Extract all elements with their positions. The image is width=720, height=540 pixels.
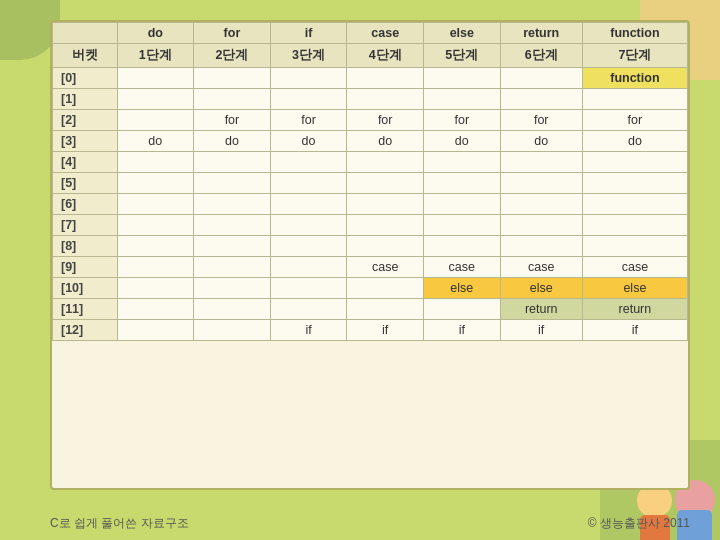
subheader-6: 6단계 bbox=[500, 44, 582, 68]
cell-label: [4] bbox=[53, 152, 118, 173]
table-row: [8] bbox=[53, 236, 688, 257]
cell-return bbox=[500, 152, 582, 173]
cell-for bbox=[194, 173, 271, 194]
cell-label: [11] bbox=[53, 299, 118, 320]
cell-if bbox=[270, 194, 347, 215]
cell-else bbox=[424, 236, 501, 257]
cell-case bbox=[347, 68, 424, 89]
cell-function bbox=[582, 173, 687, 194]
cell-case bbox=[347, 173, 424, 194]
table-row: [5] bbox=[53, 173, 688, 194]
subheader-5: 5단계 bbox=[424, 44, 501, 68]
cell-case: do bbox=[347, 131, 424, 152]
cell-function bbox=[582, 215, 687, 236]
cell-label: [8] bbox=[53, 236, 118, 257]
cell-label: [9] bbox=[53, 257, 118, 278]
cell-case bbox=[347, 152, 424, 173]
cell-case: if bbox=[347, 320, 424, 341]
cell-if: for bbox=[270, 110, 347, 131]
cell-return bbox=[500, 236, 582, 257]
cell-function: function bbox=[582, 68, 687, 89]
footer-left: C로 쉽게 풀어쓴 자료구조 bbox=[50, 515, 189, 532]
cell-case bbox=[347, 194, 424, 215]
cell-for bbox=[194, 236, 271, 257]
cell-return bbox=[500, 215, 582, 236]
cell-do bbox=[117, 299, 194, 320]
cell-if: if bbox=[270, 320, 347, 341]
cell-if bbox=[270, 152, 347, 173]
header-row: do for if case else return function bbox=[53, 23, 688, 44]
cell-if bbox=[270, 299, 347, 320]
cell-do bbox=[117, 152, 194, 173]
subheader-4: 4단계 bbox=[347, 44, 424, 68]
cell-function: else bbox=[582, 278, 687, 299]
table-row: [10]elseelseelse bbox=[53, 278, 688, 299]
main-content: do for if case else return function 버켓 1… bbox=[50, 20, 690, 490]
col-header-if: if bbox=[270, 23, 347, 44]
cell-else bbox=[424, 152, 501, 173]
cell-if bbox=[270, 257, 347, 278]
cell-case bbox=[347, 89, 424, 110]
cell-case bbox=[347, 236, 424, 257]
cell-case bbox=[347, 278, 424, 299]
cell-function bbox=[582, 89, 687, 110]
cell-if bbox=[270, 89, 347, 110]
table-row: [4] bbox=[53, 152, 688, 173]
footer-right: © 생능출판사 2011 bbox=[588, 515, 690, 532]
cell-label: [7] bbox=[53, 215, 118, 236]
cell-label: [10] bbox=[53, 278, 118, 299]
subheader-bucket: 버켓 bbox=[53, 44, 118, 68]
col-header-do: do bbox=[117, 23, 194, 44]
cell-return: if bbox=[500, 320, 582, 341]
subheader-2: 2단계 bbox=[194, 44, 271, 68]
col-header-case: case bbox=[347, 23, 424, 44]
cell-else bbox=[424, 89, 501, 110]
cell-do bbox=[117, 173, 194, 194]
cell-else bbox=[424, 215, 501, 236]
cell-function: case bbox=[582, 257, 687, 278]
cell-do bbox=[117, 194, 194, 215]
cell-do bbox=[117, 320, 194, 341]
subheader-1: 1단계 bbox=[117, 44, 194, 68]
cell-do bbox=[117, 68, 194, 89]
cell-else: for bbox=[424, 110, 501, 131]
cell-case: for bbox=[347, 110, 424, 131]
cell-do bbox=[117, 236, 194, 257]
cell-label: [3] bbox=[53, 131, 118, 152]
cell-if bbox=[270, 173, 347, 194]
cell-label: [5] bbox=[53, 173, 118, 194]
cell-label: [2] bbox=[53, 110, 118, 131]
table-row: [6] bbox=[53, 194, 688, 215]
cell-function: return bbox=[582, 299, 687, 320]
col-header-label bbox=[53, 23, 118, 44]
cell-else bbox=[424, 299, 501, 320]
cell-for bbox=[194, 68, 271, 89]
cell-for bbox=[194, 194, 271, 215]
table-row: [0]function bbox=[53, 68, 688, 89]
cell-if: do bbox=[270, 131, 347, 152]
table-row: [12]ififififif bbox=[53, 320, 688, 341]
cell-case: case bbox=[347, 257, 424, 278]
cell-return: do bbox=[500, 131, 582, 152]
cell-else: else bbox=[424, 278, 501, 299]
cell-return: case bbox=[500, 257, 582, 278]
col-header-for: for bbox=[194, 23, 271, 44]
cell-return bbox=[500, 173, 582, 194]
cell-function: if bbox=[582, 320, 687, 341]
table-row: [11]returnreturn bbox=[53, 299, 688, 320]
subheader-row: 버켓 1단계 2단계 3단계 4단계 5단계 6단계 7단계 bbox=[53, 44, 688, 68]
cell-else: case bbox=[424, 257, 501, 278]
footer: C로 쉽게 풀어쓴 자료구조 © 생능출판사 2011 bbox=[50, 515, 690, 532]
cell-if bbox=[270, 278, 347, 299]
cell-return bbox=[500, 89, 582, 110]
table-row: [3]dododododododo bbox=[53, 131, 688, 152]
cell-do bbox=[117, 89, 194, 110]
cell-for: do bbox=[194, 131, 271, 152]
cell-else: do bbox=[424, 131, 501, 152]
cell-for bbox=[194, 278, 271, 299]
cell-for: for bbox=[194, 110, 271, 131]
cell-else bbox=[424, 68, 501, 89]
cell-return bbox=[500, 68, 582, 89]
cell-do bbox=[117, 257, 194, 278]
col-header-function: function bbox=[582, 23, 687, 44]
